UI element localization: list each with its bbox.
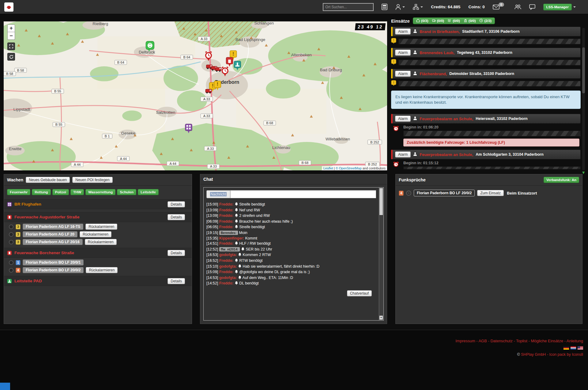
zoom-out-button[interactable]: − <box>7 32 15 40</box>
mission-title-row[interactable]: AlarmBrand in Briefkasten,Stadtlanfert 7… <box>391 27 581 36</box>
chat-username[interactable]: godofgta: <box>219 264 237 269</box>
mission-counter-van[interactable]: (0/0) <box>432 19 444 23</box>
chat-scroll-down-arrow[interactable]: ▼ <box>379 316 383 320</box>
chat-message-input[interactable] <box>230 190 376 198</box>
chat-username[interactable]: Freddo: <box>219 281 234 285</box>
missions-scrollbar[interactable] <box>582 28 585 170</box>
mission-counter-house[interactable]: (0/3) <box>416 19 428 23</box>
association-menu[interactable] <box>413 4 423 10</box>
details-button[interactable]: Details <box>168 278 185 284</box>
station-row[interactable]: Leitstelle PADDetails <box>4 276 192 286</box>
coins-display[interactable]: Coins: 0 <box>468 5 484 9</box>
lss-manager-button[interactable]: LSS-Manager <box>543 4 572 10</box>
filter-thw[interactable]: THW <box>70 189 84 195</box>
mission-title-row[interactable]: AlarmFlächenbrand,Detmolder Straße, 3310… <box>391 69 581 79</box>
station-name[interactable]: Feuerwache Borchener Straße <box>14 251 74 255</box>
vehicle-name[interactable]: Florian Paderborn AG LF 20 <box>23 231 77 237</box>
footer-link[interactable]: Mögliche Einsätze <box>531 339 563 343</box>
vehicle-name[interactable]: Florian Paderborn AG LF 16-TS <box>23 224 83 230</box>
chat-scrollbar-thumb[interactable] <box>379 188 383 215</box>
flag-netherlands-icon[interactable] <box>571 346 576 350</box>
mission-counter-bank[interactable]: (0/0) <box>464 19 476 23</box>
footer-link[interactable]: Toplist <box>516 339 527 343</box>
chat-username[interactable]: Freddo: <box>219 225 234 229</box>
alliance-members-button[interactable] <box>514 4 521 10</box>
chat-username[interactable]: Freddo: <box>219 270 234 274</box>
vehicle-name[interactable]: Florian Paderborn BO LF 20/0/2 <box>414 190 475 196</box>
vehicle-name[interactable]: Florian Paderborn AG LF 20/16 <box>23 239 83 245</box>
chat-history-button[interactable]: Chatverlauf <box>347 290 372 296</box>
messages-button[interactable]: 0 <box>493 5 507 9</box>
company-link[interactable]: SHPlay GmbH <box>521 352 546 357</box>
filter-feuerwehr[interactable]: Feuerwehr <box>7 189 30 195</box>
leaflet-link[interactable]: Leaflet <box>323 166 333 170</box>
station-row[interactable]: Feuerwache Augustdorfer StraßeDetails <box>4 212 192 222</box>
station-name[interactable]: BR Flughafen <box>14 202 41 206</box>
filter-leitstelle[interactable]: Leitstelle <box>138 189 159 195</box>
dismiss-icon[interactable]: ✕ <box>406 191 411 196</box>
icons8-credit-link[interactable]: Icon pack by Icons8 <box>549 352 583 357</box>
footer-link[interactable]: Impressum <box>455 339 475 343</box>
profile-menu[interactable] <box>395 4 405 10</box>
alarm-button[interactable]: Alarm <box>395 50 411 56</box>
credits-display[interactable]: Credits: 64.885 <box>431 5 460 9</box>
zoom-in-button[interactable]: + <box>7 24 15 32</box>
osm-link[interactable]: © OpenStreetMap <box>336 166 362 170</box>
recall-button[interactable]: Rückalarmieren <box>86 267 118 273</box>
station-row[interactable]: BR FlughafenDetails <box>4 199 192 209</box>
chat-username[interactable]: Berendes: <box>219 231 238 235</box>
chat-input-label[interactable]: Nachricht <box>206 190 230 198</box>
chat-username[interactable]: Freddo: <box>219 202 234 206</box>
chat-username[interactable]: ffw_nt2014: <box>219 247 240 251</box>
vehicle-name[interactable]: Florian Paderborn BO LF 20/0/1 <box>23 259 84 266</box>
mission-title-row[interactable]: AlarmFeuerprobealarm an Schule,Am Schloß… <box>391 150 581 159</box>
footer-link[interactable]: AGB <box>478 339 487 343</box>
chat-username[interactable]: godofgta: <box>219 276 237 280</box>
build-building-button[interactable]: Neues Gebäude bauen <box>26 177 70 183</box>
search-input[interactable] <box>323 3 374 11</box>
fullscreen-button[interactable] <box>7 43 15 50</box>
map[interactable]: RietbergSchlangenBad LippspringeDelbrück… <box>4 21 387 170</box>
chat-username[interactable]: Freddo: <box>219 219 234 224</box>
recall-button[interactable]: Rückalarmieren <box>85 239 117 245</box>
to-mission-button[interactable]: Zum Einsatz <box>477 190 504 196</box>
alarm-button[interactable]: Alarm <box>395 71 411 77</box>
alarm-button[interactable]: Alarm <box>395 116 411 122</box>
vehicle-name[interactable]: Florian Paderborn BO LF 20/0/2 <box>23 267 84 273</box>
missions-scrollbar-thumb[interactable] <box>582 47 585 93</box>
alarm-button[interactable]: Alarm <box>395 28 411 35</box>
mission-counter-clock[interactable]: (2/3) <box>479 19 492 23</box>
chat-username[interactable]: Freddo: <box>219 208 234 212</box>
mission-title-row[interactable]: AlarmFeuerprobealarm an Schule,Heierswal… <box>391 114 581 124</box>
mission-counter-water[interactable]: (0/0) <box>448 19 460 23</box>
chat-scrollbar[interactable]: ▼ <box>379 188 383 320</box>
chat-username[interactable]: Freddo: <box>219 241 234 246</box>
chat-username[interactable]: Freddo: <box>219 258 234 263</box>
station-name[interactable]: Leitstelle PAD <box>14 279 42 283</box>
chat-username[interactable]: Kippenfinger: <box>219 236 244 240</box>
refresh-button[interactable] <box>7 53 15 61</box>
map-canvas[interactable]: RietbergSchlangenBad LippspringeDelbrück… <box>4 21 387 170</box>
filter-schulen[interactable]: Schulen <box>117 189 136 195</box>
footer-link[interactable]: Datenschutz <box>490 339 512 343</box>
mission-title-row[interactable]: AlarmBrennendes Laub,Tegelweg 43, 33102 … <box>391 48 581 58</box>
details-button[interactable]: Details <box>168 250 185 256</box>
chat-username[interactable]: Freddo: <box>219 214 234 218</box>
station-row[interactable]: Feuerwache Borchener StraßeDetails <box>4 248 192 258</box>
flag-usa-icon[interactable] <box>578 346 583 350</box>
filter-polizei[interactable]: Polizei <box>52 189 69 195</box>
tasks-button[interactable] <box>382 4 387 10</box>
footer-link[interactable]: Anleitung <box>567 339 583 343</box>
set-poi-button[interactable]: Neuen POI festlegen <box>72 177 112 183</box>
lss-manager-menu[interactable]: LSS-Manager <box>543 4 576 10</box>
station-name[interactable]: Feuerwache Augustdorfer Straße <box>14 215 80 219</box>
recall-button[interactable]: Rückalarmieren <box>85 224 117 230</box>
details-button[interactable]: Details <box>168 201 185 207</box>
filter-wasserrettung[interactable]: Wasserrettung <box>85 189 115 195</box>
flag-germany-icon[interactable] <box>564 346 569 350</box>
alarm-button[interactable]: Alarm <box>395 151 411 158</box>
chat-toggle-button[interactable] <box>529 4 535 10</box>
chat-username[interactable]: godofgta: <box>219 253 237 257</box>
app-logo[interactable] <box>4 2 13 12</box>
association-radio-toggle[interactable]: Verbandsfunk: An <box>544 177 579 183</box>
